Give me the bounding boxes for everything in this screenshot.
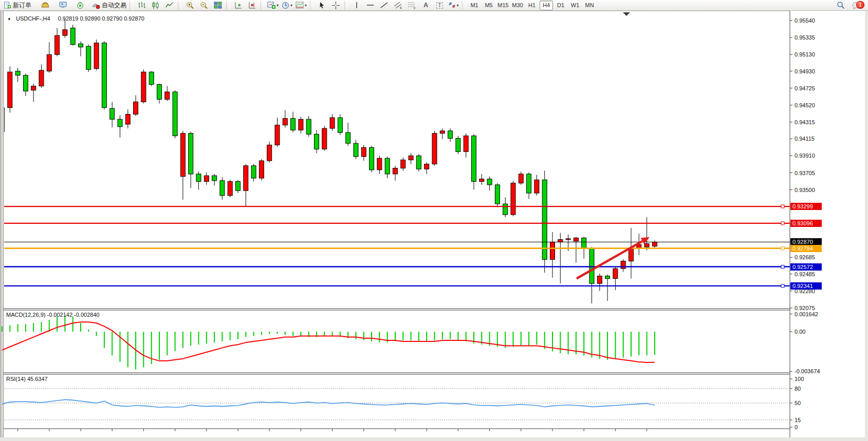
search-button[interactable] — [834, 0, 847, 11]
notifications-button[interactable]: 1 — [847, 0, 866, 11]
chevron-down-icon: ▾ — [305, 3, 307, 8]
text-tool[interactable]: A — [419, 0, 433, 11]
vertical-line-tool[interactable] — [349, 0, 363, 11]
price-tick-label: 0.95335 — [795, 34, 815, 41]
candle — [204, 172, 209, 185]
chart-shift-button[interactable] — [245, 0, 259, 11]
timeframe-button-w1[interactable]: W1 — [568, 1, 582, 10]
chevron-down-icon: ▾ — [276, 3, 279, 8]
rsi-line — [2, 399, 655, 407]
candle — [597, 274, 602, 291]
market-watch-button[interactable] — [56, 0, 70, 11]
cursor-icon — [319, 2, 325, 9]
candle — [110, 102, 115, 127]
candle-body-up — [244, 166, 248, 190]
bar-chart-mode-button[interactable] — [135, 0, 149, 11]
candle — [589, 247, 594, 303]
line-handle[interactable] — [781, 222, 784, 225]
candle — [385, 157, 390, 178]
candle — [621, 259, 625, 272]
rsi-tick-label: 100 — [795, 376, 804, 382]
candle — [361, 145, 366, 161]
main-toolbar: 新订单 — [0, 0, 868, 11]
candle-body-down — [291, 119, 296, 130]
candlestick-icon — [152, 2, 159, 9]
candle — [613, 267, 618, 290]
line-handle[interactable] — [781, 247, 784, 250]
candle — [409, 154, 413, 164]
candle — [370, 146, 374, 172]
candle — [79, 41, 83, 56]
price-tick-label: 0.94315 — [795, 119, 815, 125]
candle-body-down — [495, 185, 500, 204]
indicators-dropdown[interactable]: ▾ — [294, 0, 308, 11]
candle-body-down — [542, 180, 547, 259]
candle-body-down — [527, 174, 531, 193]
clock-icon — [282, 2, 289, 9]
timeframe-button-h4[interactable]: H4 — [540, 1, 553, 10]
timeframe-button-m1[interactable]: M1 — [468, 1, 481, 10]
line-handle[interactable] — [781, 284, 784, 287]
zoom-out-button[interactable] — [197, 0, 211, 11]
line-chart-mode-button[interactable] — [162, 0, 176, 11]
text-tool-icon: A — [423, 2, 428, 9]
zoom-in-icon — [186, 2, 194, 9]
new-chart-dropdown[interactable]: ▾ — [266, 0, 280, 11]
signals-button[interactable] — [73, 0, 87, 11]
timeframe-button-m15[interactable]: M15 — [496, 1, 510, 10]
indicators-icon — [296, 2, 304, 9]
price-line-badge: 0.93096 — [790, 220, 822, 227]
periods-dropdown[interactable]: ▾ — [280, 0, 294, 11]
line-handle[interactable] — [781, 205, 784, 208]
tile-windows-button[interactable] — [211, 0, 225, 11]
price-line-badge: 0.92572 — [790, 263, 822, 271]
candle — [346, 123, 350, 146]
equidistant-channel-tool[interactable]: E — [391, 0, 405, 11]
candle-body-up — [519, 174, 523, 183]
fibonacci-tool[interactable]: F — [405, 0, 419, 11]
text-label-icon: T — [436, 2, 442, 9]
timeframe-button-mn[interactable]: MN — [583, 1, 596, 10]
candle-body-down — [102, 43, 106, 108]
zoom-in-button[interactable] — [183, 0, 197, 11]
candle-body-up — [31, 86, 36, 90]
timeframe-button-h1[interactable]: H1 — [525, 1, 539, 10]
candle-body-down — [605, 276, 610, 279]
chevron-down-icon: ▾ — [457, 3, 459, 8]
crosshair-tool-button[interactable] — [329, 0, 343, 11]
candle-body-up — [322, 128, 327, 149]
arrows-dropdown[interactable]: ▾ — [447, 0, 460, 11]
horizontal-line-tool[interactable] — [363, 0, 377, 11]
autotrading-button[interactable]: 自动交易 — [90, 0, 128, 11]
new-order-button[interactable]: 新订单 — [2, 0, 33, 11]
cursor-tool-button[interactable] — [315, 0, 329, 11]
auto-scroll-button[interactable] — [231, 0, 245, 11]
timeframe-button-m30[interactable]: M30 — [511, 1, 524, 10]
price-tick-label: 0.95130 — [795, 51, 815, 57]
candle-body-up — [361, 147, 366, 157]
candle — [118, 115, 122, 138]
candle-body-up — [330, 118, 335, 128]
candle-body-up — [409, 156, 413, 160]
candle-body-down — [86, 46, 91, 69]
tile-windows-icon — [214, 2, 222, 9]
line-handle[interactable] — [781, 265, 784, 269]
candle-body-up — [534, 180, 539, 193]
metaquotes-button[interactable] — [38, 0, 52, 11]
text-label-tool[interactable]: T — [433, 0, 447, 11]
chart-canvas[interactable] — [0, 11, 868, 441]
trading-platform-window: 新订单 — [0, 0, 868, 441]
candle-body-up — [621, 261, 625, 269]
price-tick-label: 0.94520 — [795, 102, 815, 108]
price-tick-label: 0.94115 — [795, 136, 815, 142]
timeframe-button-m5[interactable]: M5 — [482, 1, 495, 10]
candle — [94, 40, 99, 70]
candle — [23, 73, 28, 96]
trendline-tool[interactable] — [377, 0, 391, 11]
one-click-trading-toggle-icon[interactable]: ▼ — [7, 17, 11, 22]
toolbar-separator — [178, 1, 181, 10]
candlestick-mode-button[interactable] — [149, 0, 162, 11]
timeframe-button-d1[interactable]: D1 — [554, 1, 567, 10]
chart-shift-marker[interactable] — [623, 12, 630, 16]
candle — [102, 41, 106, 109]
